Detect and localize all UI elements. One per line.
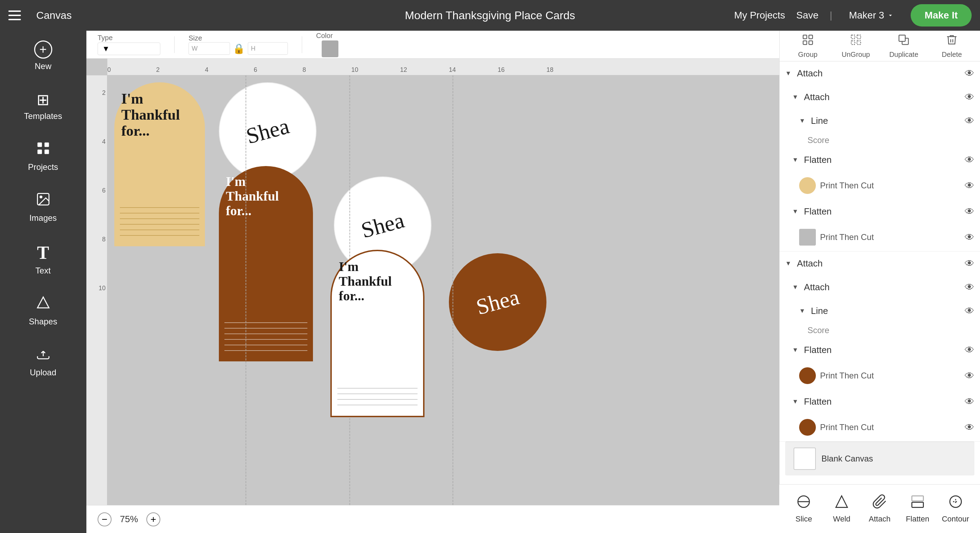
- eye-icon-attach-1-sub[interactable]: 👁: [965, 91, 974, 103]
- my-projects-button[interactable]: My Projects: [734, 10, 785, 21]
- layer-ptc-4[interactable]: Print Then Cut 👁: [794, 413, 980, 441]
- group-tool[interactable]: Group: [788, 34, 828, 59]
- layer-attach-2[interactable]: ▼ Attach 👁: [780, 252, 980, 275]
- attach-button[interactable]: Attach: [861, 494, 899, 523]
- layer-label-attach-2-sub: Attach: [804, 282, 961, 293]
- left-sidebar: + New ⊞ Templates Projects Images T Text…: [0, 0, 86, 533]
- lock-icon[interactable]: 🔒: [233, 43, 245, 54]
- ptc-4-label: Print Then Cut: [820, 423, 961, 432]
- collapse-icon-flatten-3: ▼: [792, 346, 799, 354]
- blank-canvas-indicator[interactable]: Blank Canvas: [785, 442, 974, 476]
- delete-tool[interactable]: Delete: [932, 34, 972, 59]
- ptc-3-label: Print Then Cut: [820, 371, 961, 381]
- canvas-content[interactable]: I'mThankfulfor... Shea I'mThankfulfor...: [107, 75, 779, 505]
- sidebar-item-templates[interactable]: ⊞ Templates: [0, 81, 86, 131]
- beige-arch-card[interactable]: I'mThankfulfor...: [114, 82, 205, 246]
- right-panel: Layers Color Sync Group UnGroup Duplicat…: [779, 0, 980, 533]
- svg-rect-9: [803, 41, 807, 45]
- maker-selector[interactable]: Maker 3: [843, 7, 899, 24]
- save-button[interactable]: Save: [796, 10, 819, 21]
- zoom-in-button[interactable]: +: [146, 512, 160, 527]
- ungroup-tool[interactable]: UnGroup: [836, 34, 876, 59]
- collapse-icon-2: ▼: [785, 260, 791, 267]
- layer-attach-1-sub[interactable]: ▼ Attach 👁: [787, 85, 980, 109]
- make-it-button[interactable]: Make It: [911, 4, 972, 27]
- layer-label-attach-2: Attach: [797, 258, 961, 269]
- height-field[interactable]: H: [248, 42, 288, 55]
- ptc-1-thumb: [799, 177, 816, 194]
- layer-line-1[interactable]: ▼ Line 👁: [794, 109, 980, 132]
- duplicate-icon: [897, 34, 910, 49]
- color-label: Color: [316, 32, 339, 40]
- brown-arch-card[interactable]: I'mThankfulfor...: [219, 166, 313, 361]
- contour-button[interactable]: Contour: [936, 494, 974, 523]
- sidebar-item-label-templates: Templates: [24, 111, 62, 121]
- eye-icon-flatten-4[interactable]: 👁: [965, 396, 974, 407]
- eye-icon-flatten-3[interactable]: 👁: [965, 344, 974, 356]
- text-icon: T: [37, 243, 49, 263]
- height-input[interactable]: [257, 44, 285, 53]
- flatten-button[interactable]: Flatten: [899, 494, 936, 523]
- layer-ptc-1[interactable]: Print Then Cut 👁: [794, 172, 980, 199]
- layer-attach-2-sub[interactable]: ▼ Attach 👁: [787, 275, 980, 299]
- sidebar-item-new[interactable]: + New: [0, 31, 86, 81]
- blank-canvas-label: Blank Canvas: [821, 454, 873, 464]
- white-circle-top[interactable]: Shea: [219, 82, 317, 180]
- duplicate-tool[interactable]: Duplicate: [884, 34, 924, 59]
- sidebar-item-shapes[interactable]: Shapes: [0, 285, 86, 336]
- eye-icon-attach-2[interactable]: 👁: [965, 258, 974, 269]
- layer-flatten-1[interactable]: ▼ Flatten 👁: [787, 148, 980, 172]
- flatten-label: Flatten: [906, 514, 929, 523]
- layers-panel[interactable]: ▼ Attach 👁 ▼ Attach 👁 ▼ Line 👁 Score: [780, 61, 980, 484]
- sidebar-item-images[interactable]: Images: [0, 182, 86, 233]
- sidebar-item-upload[interactable]: Upload: [0, 336, 86, 387]
- eye-icon-attach-2-sub[interactable]: 👁: [965, 281, 974, 293]
- layer-flatten-4[interactable]: ▼ Flatten 👁: [787, 389, 980, 413]
- eye-icon-ptc-2[interactable]: 👁: [965, 231, 974, 243]
- layer-ptc-3[interactable]: Print Then Cut 👁: [794, 362, 980, 389]
- layer-line-2[interactable]: ▼ Line 👁: [794, 299, 980, 323]
- contour-label: Contour: [942, 514, 969, 523]
- shapes-icon: [35, 295, 51, 314]
- eye-icon-ptc-1[interactable]: 👁: [965, 180, 974, 191]
- zoom-out-button[interactable]: −: [98, 512, 111, 527]
- eye-icon-line-2[interactable]: 👁: [965, 305, 974, 317]
- brown-circle[interactable]: Shea: [449, 253, 546, 351]
- sidebar-item-label-upload: Upload: [30, 368, 56, 377]
- ptc-2-label: Print Then Cut: [820, 232, 961, 242]
- collapse-icon-1-sub: ▼: [792, 94, 799, 101]
- w-label: W: [192, 45, 197, 52]
- width-input[interactable]: [199, 44, 227, 53]
- svg-rect-16: [899, 35, 905, 41]
- eye-icon-ptc-3[interactable]: 👁: [965, 370, 974, 381]
- svg-rect-10: [809, 41, 813, 45]
- type-input[interactable]: ▼: [98, 43, 160, 55]
- eye-icon-flatten-1[interactable]: 👁: [965, 154, 974, 166]
- sidebar-item-text[interactable]: T Text: [0, 233, 86, 285]
- layer-flatten-3[interactable]: ▼ Flatten 👁: [787, 338, 980, 362]
- sidebar-item-label-shapes: Shapes: [29, 317, 57, 327]
- delete-label: Delete: [942, 51, 962, 59]
- color-swatch[interactable]: [322, 40, 339, 57]
- ungroup-icon: [850, 34, 862, 49]
- layer-flatten-2[interactable]: ▼ Flatten 👁: [787, 199, 980, 223]
- canvas-area[interactable]: 0 2 4 6 8 10 12 14 16 18 2 4 6 8 10 I'mT…: [86, 59, 779, 505]
- white-arch-card[interactable]: I'mThankfulfor...: [330, 250, 425, 417]
- layer-attach-1[interactable]: ▼ Attach 👁: [780, 61, 980, 85]
- projects-icon: [35, 140, 51, 160]
- toolbar-separator-1: [174, 36, 175, 53]
- width-field[interactable]: W: [189, 42, 230, 55]
- eye-icon-ptc-4[interactable]: 👁: [965, 422, 974, 433]
- slice-button[interactable]: Slice: [785, 494, 823, 523]
- duplicate-label: Duplicate: [889, 51, 918, 59]
- menu-button[interactable]: [8, 6, 28, 25]
- layer-ptc-2[interactable]: Print Then Cut 👁: [794, 223, 980, 251]
- eye-icon-flatten-2[interactable]: 👁: [965, 206, 974, 217]
- weld-button[interactable]: Weld: [823, 494, 861, 523]
- svg-rect-13: [851, 41, 855, 45]
- sidebar-item-projects[interactable]: Projects: [0, 131, 86, 182]
- eye-icon-attach-1[interactable]: 👁: [965, 68, 974, 79]
- type-label: Type: [98, 34, 160, 42]
- layer-label-flatten-3: Flatten: [804, 345, 961, 356]
- eye-icon-line-1[interactable]: 👁: [965, 115, 974, 127]
